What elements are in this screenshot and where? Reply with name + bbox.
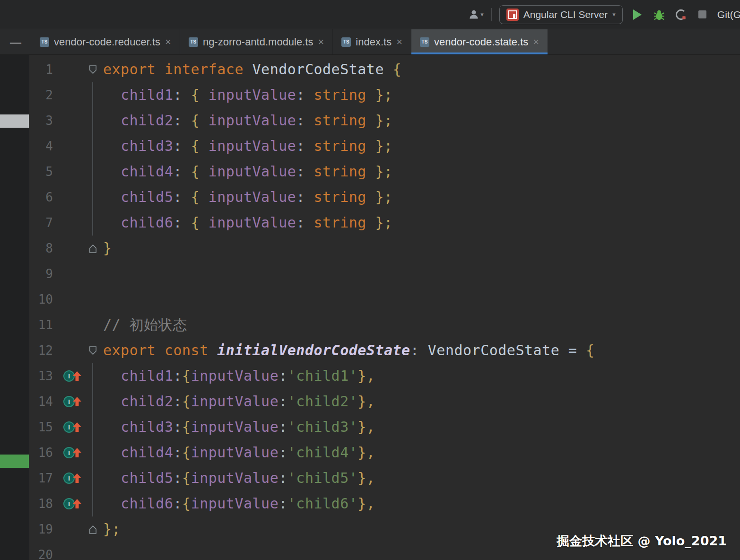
- tab-vendor-code.state.ts[interactable]: TSvendor-code.state.ts×: [411, 29, 548, 54]
- fold-end-icon[interactable]: [88, 243, 98, 254]
- code-line[interactable]: 10: [29, 287, 740, 312]
- override-up-arrow-icon[interactable]: [72, 499, 82, 509]
- code-line[interactable]: 7 child6: { inputValue: string };: [29, 210, 740, 236]
- line-number[interactable]: 15: [29, 414, 53, 440]
- code-token: VendorCodeState: [428, 342, 559, 359]
- tab-close-icon[interactable]: ×: [533, 37, 539, 47]
- bug-icon: [653, 9, 665, 21]
- code-line[interactable]: 13I child1:{inputValue:'child1'},: [29, 363, 740, 389]
- code-token: export: [103, 61, 156, 78]
- code-token: 'child1': [287, 368, 358, 384]
- code-token: :: [410, 342, 428, 359]
- code-token: const: [165, 342, 209, 359]
- fold-end-icon[interactable]: [88, 524, 98, 535]
- code-line[interactable]: 18I child6:{inputValue:'child6'},: [29, 491, 740, 516]
- tab-ng-zorro-antd.module.ts[interactable]: TSng-zorro-antd.module.ts×: [180, 29, 333, 54]
- line-number[interactable]: 4: [29, 133, 53, 159]
- gutter-icons: [53, 516, 82, 542]
- code-line[interactable]: 4 child3: { inputValue: string };: [29, 133, 740, 159]
- override-up-arrow-icon[interactable]: [72, 371, 82, 381]
- line-number[interactable]: 11: [29, 312, 53, 338]
- fold-start-icon[interactable]: [88, 345, 98, 356]
- stop-icon: [698, 10, 706, 18]
- line-number[interactable]: 14: [29, 389, 53, 414]
- code-line[interactable]: 8}: [29, 236, 740, 261]
- code-token: 'child4': [287, 444, 358, 461]
- code-line[interactable]: 17I child5:{inputValue:'child5'},: [29, 465, 740, 491]
- code-pane[interactable]: 1export interface VendorCodeState {2 chi…: [29, 55, 740, 560]
- code-line[interactable]: 6 child5: { inputValue: string };: [29, 184, 740, 210]
- code-line[interactable]: 12export const initialVendorCodeState: V…: [29, 338, 740, 363]
- code-token: child1: [121, 87, 173, 103]
- code-token: };: [103, 521, 121, 537]
- run-config-dropdown[interactable]: Angular CLI Server ▾: [499, 5, 623, 24]
- code-line[interactable]: 3 child2: { inputValue: string };: [29, 108, 740, 133]
- code-text: child2: { inputValue: string };: [103, 108, 393, 133]
- code-token: [103, 393, 121, 410]
- fold-column: [82, 236, 103, 261]
- line-number[interactable]: 2: [29, 82, 53, 108]
- code-line[interactable]: 14I child2:{inputValue:'child2'},: [29, 389, 740, 414]
- code-token: },: [357, 470, 375, 486]
- run-config-chevron-down-icon: ▾: [612, 11, 616, 18]
- line-number[interactable]: 16: [29, 440, 53, 465]
- code-line[interactable]: 11// 初始状态: [29, 312, 740, 338]
- line-number[interactable]: 19: [29, 516, 53, 542]
- line-number[interactable]: 3: [29, 108, 53, 133]
- tab-vendor-code.reducer.ts[interactable]: TSvendor-code.reducer.ts×: [31, 29, 180, 54]
- tab-index.ts[interactable]: TSindex.ts×: [333, 29, 411, 54]
- line-number[interactable]: 20: [29, 542, 53, 560]
- fold-column: [82, 133, 103, 159]
- code-token: :: [296, 87, 313, 103]
- code-token: };: [366, 138, 393, 154]
- override-up-arrow-icon[interactable]: [72, 422, 82, 432]
- debug-button[interactable]: [652, 8, 666, 22]
- line-number[interactable]: 12: [29, 338, 53, 363]
- code-token: :: [174, 214, 191, 231]
- git-menu[interactable]: Git(G: [717, 9, 740, 20]
- line-number[interactable]: 6: [29, 184, 53, 210]
- code-token: };: [366, 189, 393, 205]
- coverage-button[interactable]: [674, 8, 688, 22]
- code-line[interactable]: 16I child4:{inputValue:'child4'},: [29, 440, 740, 465]
- hide-tabs-icon[interactable]: —: [0, 29, 31, 54]
- line-number[interactable]: 9: [29, 261, 53, 287]
- override-up-arrow-icon[interactable]: [72, 473, 82, 483]
- code-token: child1: [121, 368, 173, 384]
- code-text: child1: { inputValue: string };: [103, 82, 393, 108]
- line-number[interactable]: 10: [29, 287, 53, 312]
- code-line[interactable]: 1export interface VendorCodeState {: [29, 57, 740, 82]
- run-config-label: Angular CLI Server: [523, 9, 608, 20]
- fold-start-icon[interactable]: [88, 64, 98, 75]
- line-number[interactable]: 18: [29, 491, 53, 516]
- line-number[interactable]: 17: [29, 465, 53, 491]
- code-token: :: [174, 87, 191, 103]
- override-up-arrow-icon[interactable]: [72, 447, 82, 458]
- code-token: child3: [121, 419, 173, 435]
- code-line[interactable]: 9: [29, 261, 740, 287]
- line-number[interactable]: 7: [29, 210, 53, 236]
- tab-label: ng-zorro-antd.module.ts: [203, 36, 313, 48]
- stop-button[interactable]: [696, 8, 710, 22]
- code-line[interactable]: 15I child3:{inputValue:'child3'},: [29, 414, 740, 440]
- override-up-arrow-icon[interactable]: [72, 396, 82, 407]
- tab-close-icon[interactable]: ×: [396, 37, 402, 47]
- tab-close-icon[interactable]: ×: [165, 37, 171, 47]
- line-number[interactable]: 5: [29, 159, 53, 184]
- code-text: child3:{inputValue:'child3'},: [103, 414, 375, 440]
- code-token: :: [174, 189, 191, 205]
- tab-close-icon[interactable]: ×: [318, 37, 324, 47]
- code-line[interactable]: 5 child4: { inputValue: string };: [29, 159, 740, 184]
- code-text: child4:{inputValue:'child4'},: [103, 440, 375, 465]
- user-menu[interactable]: ▾: [468, 9, 484, 20]
- code-token: 'child5': [287, 470, 358, 486]
- line-number[interactable]: 8: [29, 236, 53, 261]
- run-button[interactable]: [630, 8, 644, 22]
- code-token: :: [174, 368, 183, 384]
- line-number[interactable]: 13: [29, 363, 53, 389]
- line-number[interactable]: 1: [29, 57, 53, 82]
- code-token: inputValue: [191, 470, 279, 486]
- code-line[interactable]: 2 child1: { inputValue: string };: [29, 82, 740, 108]
- gutter-icons: [53, 287, 82, 312]
- gutter-icons: [53, 159, 82, 184]
